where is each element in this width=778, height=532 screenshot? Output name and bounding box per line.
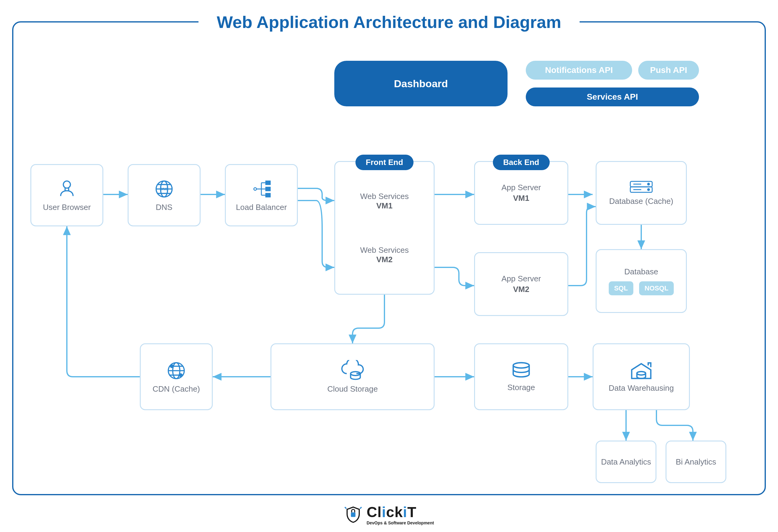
web-services-label-2: Web Services <box>360 246 409 255</box>
cdn-node: CDN (Cache) <box>140 343 213 410</box>
logo-name: ClickiT <box>367 504 434 520</box>
notifications-api-label: Notifications API <box>545 65 613 75</box>
bi-analytics-label: Bi Analytics <box>676 457 716 467</box>
backend-tag: Back End <box>493 155 550 170</box>
database-cache-node: Database (Cache) <box>596 161 687 225</box>
vm2-label-2: VM2 <box>513 285 529 294</box>
svg-rect-20 <box>266 181 270 185</box>
services-api-label: Services API <box>587 92 638 102</box>
dashboard-label: Dashboard <box>394 78 448 90</box>
storage-node: Storage <box>474 343 568 410</box>
dns-label: DNS <box>156 203 173 212</box>
dashboard-pill: Dashboard <box>334 61 508 106</box>
user-icon <box>56 178 77 200</box>
globe-cdn-icon <box>166 360 187 381</box>
database-cache-label: Database (Cache) <box>609 197 674 206</box>
cloud-storage-node: Cloud Storage <box>270 343 435 410</box>
web-services-vm1: Web Services VM1 <box>360 192 409 210</box>
svg-point-35 <box>179 374 182 376</box>
server-icon <box>629 180 653 193</box>
globe-icon: DNS <box>153 178 175 200</box>
load-balancer-label: Load Balancer <box>236 203 287 212</box>
logo-tagline: DevOps & Software Development <box>367 520 434 525</box>
page-title: Web Application Architecture and Diagram <box>217 12 561 32</box>
data-analytics-label: Data Analytics <box>601 457 651 467</box>
database-node: Database SQL NOSQL <box>596 249 687 313</box>
svg-point-28 <box>648 189 649 190</box>
cdn-label: CDN (Cache) <box>153 384 200 394</box>
vm1-label-1: VM1 <box>376 201 392 210</box>
push-api-label: Push API <box>650 65 687 75</box>
svg-text:DNS: DNS <box>160 187 168 191</box>
frontend-node: Front End Web Services VM1 Web Services … <box>334 161 435 295</box>
services-api-pill: Services API <box>526 88 699 106</box>
svg-point-27 <box>648 183 649 185</box>
svg-point-38 <box>637 371 646 375</box>
load-balancer-icon <box>251 178 272 200</box>
app-server-vm1-node: Back End App Server VM1 <box>474 161 568 225</box>
database-chips: SQL NOSQL <box>607 281 676 295</box>
storage-icon <box>511 362 532 380</box>
storage-label: Storage <box>507 383 535 392</box>
data-warehousing-label: Data Warehausing <box>609 383 674 393</box>
cloud-storage-label: Cloud Storage <box>327 384 378 394</box>
frontend-tag: Front End <box>356 155 414 170</box>
user-browser-label: User Browser <box>43 203 91 212</box>
svg-rect-22 <box>266 193 270 197</box>
svg-point-34 <box>170 365 173 368</box>
svg-point-14 <box>254 188 256 190</box>
svg-point-37 <box>513 362 529 368</box>
bi-analytics-node: Bi Analytics <box>666 441 726 483</box>
svg-rect-39 <box>351 512 356 517</box>
app-server-label-1: App Server <box>501 183 541 192</box>
svg-point-7 <box>63 181 70 188</box>
app-server-vm2-node: App Server VM2 <box>474 252 568 316</box>
title-wrap: Web Application Architecture and Diagram <box>199 12 579 32</box>
cloud-storage-icon <box>337 360 368 381</box>
shield-icon <box>344 506 362 524</box>
push-api-pill: Push API <box>638 61 699 80</box>
data-warehousing-node: Data Warehausing <box>593 343 690 410</box>
data-analytics-node: Data Analytics <box>596 441 656 483</box>
warehouse-icon <box>629 361 653 380</box>
app-server-label-2: App Server <box>501 274 541 283</box>
database-label: Database <box>624 267 658 276</box>
svg-rect-21 <box>266 187 270 191</box>
dns-node: DNS DNS <box>128 164 201 226</box>
load-balancer-node: Load Balancer <box>225 164 298 226</box>
nosql-chip: NOSQL <box>639 281 674 295</box>
user-browser-node: User Browser <box>30 164 103 226</box>
vm1-label-2: VM1 <box>513 193 529 203</box>
vm2-label-1: VM2 <box>376 255 392 264</box>
web-services-vm2: Web Services VM2 <box>360 246 409 264</box>
logo-text: ClickiT DevOps & Software Development <box>367 504 434 525</box>
web-services-label-1: Web Services <box>360 192 409 201</box>
brand-logo: ClickiT DevOps & Software Development <box>326 504 452 525</box>
sql-chip: SQL <box>609 281 633 295</box>
notifications-api-pill: Notifications API <box>526 61 632 80</box>
